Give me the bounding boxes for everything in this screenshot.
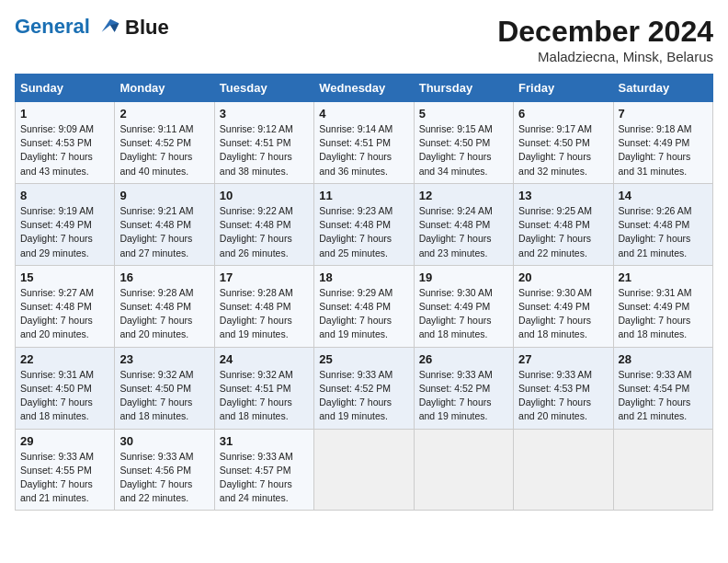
sunset-time: 4:50 PM bbox=[56, 383, 92, 394]
location-subtitle: Maladziecna, Minsk, Belarus bbox=[497, 49, 713, 64]
month-title: December 2024 bbox=[497, 15, 713, 49]
sunset-label: Sunset: bbox=[319, 301, 355, 312]
day-number: 28 bbox=[619, 352, 708, 366]
day-info: Sunrise: 9:21 AM Sunset: 4:48 PM Dayligh… bbox=[119, 204, 209, 260]
day-info: Sunrise: 9:33 AM Sunset: 4:52 PM Dayligh… bbox=[419, 368, 508, 424]
sunset-label: Sunset: bbox=[20, 383, 56, 394]
sunset-label: Sunset: bbox=[119, 219, 155, 230]
sunset-label: Sunset: bbox=[119, 137, 155, 148]
daylight-label: Daylight: 7 hours and 38 minutes. bbox=[220, 151, 292, 176]
day-info: Sunrise: 9:28 AM Sunset: 4:48 PM Dayligh… bbox=[220, 286, 309, 342]
sunset-label: Sunset: bbox=[119, 383, 155, 394]
sunset-label: Sunset: bbox=[319, 137, 355, 148]
sunrise-time: 9:33 AM bbox=[457, 369, 493, 380]
day-number: 21 bbox=[619, 270, 708, 284]
sunrise-label: Sunrise: bbox=[119, 287, 157, 298]
sunrise-time: 9:21 AM bbox=[158, 205, 194, 216]
sunrise-time: 9:18 AM bbox=[656, 123, 692, 134]
sunrise-label: Sunrise: bbox=[119, 123, 157, 134]
weekday-header: Tuesday bbox=[214, 75, 313, 102]
day-info: Sunrise: 9:33 AM Sunset: 4:56 PM Dayligh… bbox=[119, 450, 209, 506]
daylight-label: Daylight: 7 hours and 22 minutes. bbox=[518, 233, 591, 258]
sunset-label: Sunset: bbox=[119, 465, 155, 476]
sunrise-label: Sunrise: bbox=[220, 205, 257, 216]
day-info: Sunrise: 9:30 AM Sunset: 4:49 PM Dayligh… bbox=[419, 286, 508, 342]
sunrise-time: 9:33 AM bbox=[58, 451, 94, 462]
sunrise-label: Sunrise: bbox=[419, 369, 457, 380]
calendar-table: SundayMondayTuesdayWednesdayThursdayFrid… bbox=[15, 74, 713, 511]
sunset-label: Sunset: bbox=[619, 219, 654, 230]
sunrise-label: Sunrise: bbox=[220, 451, 257, 462]
sunrise-time: 9:19 AM bbox=[58, 205, 94, 216]
calendar-day-cell: 29 Sunrise: 9:33 AM Sunset: 4:55 PM Dayl… bbox=[16, 429, 115, 511]
sunrise-label: Sunrise: bbox=[518, 369, 556, 380]
day-info: Sunrise: 9:27 AM Sunset: 4:48 PM Dayligh… bbox=[20, 286, 109, 342]
calendar-day-cell: 25 Sunrise: 9:33 AM Sunset: 4:52 PM Dayl… bbox=[314, 347, 414, 429]
sunset-label: Sunset: bbox=[20, 219, 56, 230]
sunrise-time: 9:12 AM bbox=[257, 123, 293, 134]
sunrise-time: 9:24 AM bbox=[457, 205, 493, 216]
daylight-label: Daylight: 7 hours and 34 minutes. bbox=[419, 151, 492, 176]
calendar-day-cell: 20 Sunrise: 9:30 AM Sunset: 4:49 PM Dayl… bbox=[514, 265, 613, 347]
sunrise-time: 9:28 AM bbox=[257, 287, 293, 298]
day-info: Sunrise: 9:33 AM Sunset: 4:53 PM Dayligh… bbox=[518, 368, 608, 424]
sunset-time: 4:48 PM bbox=[654, 219, 689, 230]
sunset-time: 4:51 PM bbox=[255, 383, 290, 394]
sunrise-time: 9:09 AM bbox=[58, 123, 94, 134]
sunrise-time: 9:22 AM bbox=[257, 205, 293, 216]
daylight-label: Daylight: 7 hours and 22 minutes. bbox=[119, 478, 192, 503]
calendar-day-cell: 27 Sunrise: 9:33 AM Sunset: 4:53 PM Dayl… bbox=[514, 347, 613, 429]
day-info: Sunrise: 9:14 AM Sunset: 4:51 PM Dayligh… bbox=[319, 122, 408, 178]
sunset-time: 4:48 PM bbox=[255, 301, 290, 312]
daylight-label: Daylight: 7 hours and 18 minutes. bbox=[220, 396, 292, 421]
sunset-time: 4:54 PM bbox=[654, 383, 689, 394]
day-info: Sunrise: 9:11 AM Sunset: 4:52 PM Dayligh… bbox=[119, 122, 209, 178]
day-info: Sunrise: 9:31 AM Sunset: 4:50 PM Dayligh… bbox=[20, 368, 109, 424]
sunset-time: 4:48 PM bbox=[255, 219, 290, 230]
sunrise-time: 9:26 AM bbox=[656, 205, 692, 216]
daylight-label: Daylight: 7 hours and 21 minutes. bbox=[20, 478, 93, 503]
sunrise-time: 9:33 AM bbox=[358, 369, 393, 380]
day-info: Sunrise: 9:32 AM Sunset: 4:50 PM Dayligh… bbox=[119, 368, 209, 424]
calendar-day-cell: 14 Sunrise: 9:26 AM Sunset: 4:48 PM Dayl… bbox=[613, 183, 712, 265]
sunrise-label: Sunrise: bbox=[518, 287, 556, 298]
calendar-day-cell: 16 Sunrise: 9:28 AM Sunset: 4:48 PM Dayl… bbox=[115, 265, 214, 347]
calendar-day-cell: 15 Sunrise: 9:27 AM Sunset: 4:48 PM Dayl… bbox=[16, 265, 115, 347]
sunrise-label: Sunrise: bbox=[119, 205, 157, 216]
daylight-label: Daylight: 7 hours and 43 minutes. bbox=[20, 151, 93, 176]
calendar-day-cell: 3 Sunrise: 9:12 AM Sunset: 4:51 PM Dayli… bbox=[214, 102, 313, 184]
sunset-time: 4:48 PM bbox=[155, 301, 191, 312]
day-number: 31 bbox=[220, 434, 309, 448]
day-number: 27 bbox=[518, 352, 608, 366]
calendar-day-cell: 30 Sunrise: 9:33 AM Sunset: 4:56 PM Dayl… bbox=[115, 429, 214, 511]
sunrise-label: Sunrise: bbox=[20, 369, 58, 380]
sunrise-label: Sunrise: bbox=[20, 451, 58, 462]
day-info: Sunrise: 9:31 AM Sunset: 4:49 PM Dayligh… bbox=[619, 286, 708, 342]
sunset-time: 4:49 PM bbox=[654, 301, 689, 312]
calendar-day-cell: 28 Sunrise: 9:33 AM Sunset: 4:54 PM Dayl… bbox=[613, 347, 712, 429]
daylight-label: Daylight: 7 hours and 18 minutes. bbox=[119, 396, 192, 421]
calendar-week-row: 15 Sunrise: 9:27 AM Sunset: 4:48 PM Dayl… bbox=[16, 265, 713, 347]
daylight-label: Daylight: 7 hours and 36 minutes. bbox=[319, 151, 392, 176]
daylight-label: Daylight: 7 hours and 20 minutes. bbox=[119, 315, 192, 339]
sunset-time: 4:48 PM bbox=[554, 219, 590, 230]
day-number: 15 bbox=[20, 270, 109, 284]
daylight-label: Daylight: 7 hours and 27 minutes. bbox=[119, 233, 192, 258]
day-number: 4 bbox=[319, 107, 408, 121]
day-info: Sunrise: 9:33 AM Sunset: 4:55 PM Dayligh… bbox=[20, 450, 109, 506]
calendar-day-cell: 8 Sunrise: 9:19 AM Sunset: 4:49 PM Dayli… bbox=[16, 183, 115, 265]
sunrise-time: 9:25 AM bbox=[557, 205, 593, 216]
sunrise-label: Sunrise: bbox=[419, 287, 457, 298]
sunset-time: 4:48 PM bbox=[355, 301, 391, 312]
sunset-time: 4:50 PM bbox=[454, 137, 490, 148]
sunrise-label: Sunrise: bbox=[220, 287, 257, 298]
sunset-time: 4:50 PM bbox=[554, 137, 590, 148]
calendar-day-cell: 5 Sunrise: 9:15 AM Sunset: 4:50 PM Dayli… bbox=[414, 102, 513, 184]
daylight-label: Daylight: 7 hours and 18 minutes. bbox=[20, 396, 93, 421]
calendar-day-cell bbox=[613, 429, 712, 511]
day-info: Sunrise: 9:29 AM Sunset: 4:48 PM Dayligh… bbox=[319, 286, 408, 342]
calendar-day-cell: 11 Sunrise: 9:23 AM Sunset: 4:48 PM Dayl… bbox=[314, 183, 414, 265]
sunrise-label: Sunrise: bbox=[319, 123, 357, 134]
daylight-label: Daylight: 7 hours and 32 minutes. bbox=[518, 151, 591, 176]
sunrise-time: 9:33 AM bbox=[656, 369, 692, 380]
